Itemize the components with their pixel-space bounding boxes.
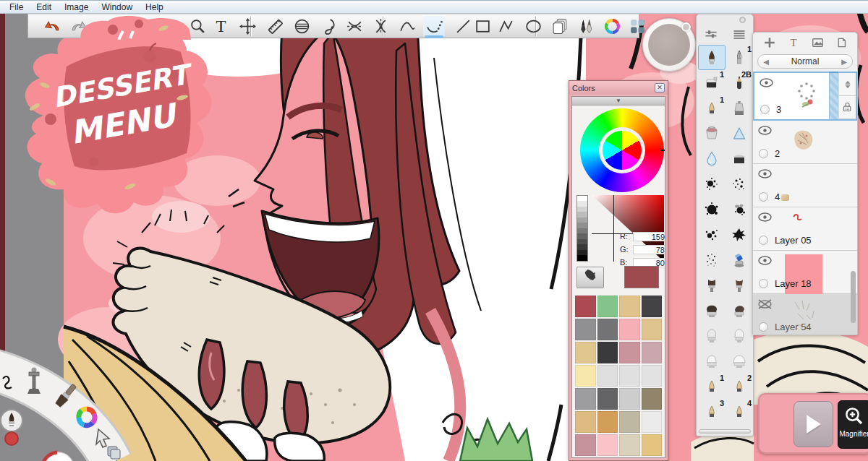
color-swatch[interactable]	[642, 296, 663, 317]
color-swatch[interactable]	[575, 365, 596, 387]
color-swatch[interactable]	[597, 411, 618, 433]
layers-icon[interactable]	[549, 16, 571, 37]
brush-tip-brush[interactable]	[698, 45, 726, 70]
layers-scrollbar[interactable]	[851, 271, 856, 323]
flat-brush-2-brush[interactable]	[726, 272, 753, 298]
ellipse-guide-icon[interactable]	[291, 16, 312, 37]
image-layer-icon[interactable]	[811, 36, 825, 49]
brush-list-icon[interactable]	[725, 25, 753, 44]
color-swatch[interactable]	[597, 365, 618, 387]
eye-icon[interactable]	[758, 212, 772, 222]
wide-white-brush-brush[interactable]	[726, 348, 753, 374]
eye-icon[interactable]	[758, 169, 772, 178]
color-swatch[interactable]	[642, 457, 663, 458]
color-swatch[interactable]	[619, 411, 640, 433]
current-color-swatch[interactable]	[624, 266, 659, 288]
eye-icon[interactable]	[758, 256, 772, 265]
color-swatch[interactable]	[642, 434, 663, 456]
drop-brush[interactable]	[698, 146, 726, 171]
color-swatch[interactable]	[642, 319, 663, 340]
close-icon[interactable]: ✕	[655, 83, 665, 92]
eye-icon[interactable]	[758, 126, 772, 135]
flat-brush-brush[interactable]	[698, 272, 726, 298]
color-swatch[interactable]	[597, 342, 618, 363]
color-swatch[interactable]	[619, 365, 640, 387]
round-brush-2-brush[interactable]	[726, 298, 753, 323]
line-icon[interactable]	[452, 16, 474, 37]
eyedropper-button[interactable]	[576, 267, 604, 288]
color-wheel-icon[interactable]	[601, 16, 623, 37]
color-swatch[interactable]	[619, 319, 640, 340]
gray-scale-strip[interactable]	[576, 195, 588, 262]
french-curve-icon[interactable]	[318, 16, 339, 37]
magnifier-button[interactable]: Magnifier	[838, 400, 868, 449]
eye-icon[interactable]	[760, 78, 773, 87]
undo-icon[interactable]	[41, 16, 63, 37]
layer-row[interactable]: 3	[753, 72, 857, 121]
menu-file[interactable]: File	[3, 1, 30, 13]
color-swatch[interactable]	[619, 457, 640, 458]
symmetry-y-icon[interactable]	[370, 16, 391, 37]
splat-fly-brush[interactable]	[726, 197, 753, 222]
flat-white-brush-brush[interactable]	[698, 348, 726, 374]
lock-icon[interactable]	[839, 96, 856, 119]
menu-edit[interactable]: Edit	[30, 1, 58, 13]
round-brush-brush[interactable]	[698, 298, 726, 323]
duplicate-layer-icon[interactable]	[835, 36, 848, 49]
layer-reorder-icon[interactable]	[839, 73, 856, 96]
fluffy-brush-brush[interactable]	[698, 323, 726, 348]
color-swatch[interactable]	[597, 388, 618, 410]
layer-opacity-strip[interactable]	[829, 73, 838, 119]
layer-row[interactable]: 2	[753, 121, 857, 164]
curve-icon[interactable]	[396, 16, 418, 37]
layer-radio[interactable]	[759, 279, 768, 288]
puck-handle-icon[interactable]	[681, 22, 691, 32]
color-swatch[interactable]	[642, 342, 663, 363]
text-icon[interactable]: T	[210, 16, 231, 37]
cone-brush[interactable]: 1	[698, 374, 726, 399]
brush-puck[interactable]	[642, 18, 696, 72]
pencil-brush[interactable]: 2B	[726, 70, 753, 95]
cone-brush[interactable]: 3	[698, 399, 726, 424]
blend-mode-select[interactable]: ◀ Normal ▶	[757, 54, 853, 69]
splat-small-brush[interactable]	[698, 171, 726, 197]
color-wheel[interactable]	[580, 108, 664, 192]
red-value-field[interactable]: 159	[633, 232, 665, 241]
polyline-icon[interactable]	[495, 16, 517, 37]
color-swatch[interactable]	[597, 434, 618, 456]
layer-row[interactable]: 4	[753, 164, 857, 207]
blend-prev-icon[interactable]: ◀	[758, 58, 774, 66]
cone-brush[interactable]: 1	[698, 95, 726, 121]
menu-help[interactable]: Help	[139, 1, 170, 13]
symmetry-x-icon[interactable]	[344, 16, 365, 37]
splat-spiky-brush[interactable]	[726, 222, 753, 247]
brush-settings-icon[interactable]	[697, 25, 725, 44]
collapse-bar[interactable]: ▼	[572, 97, 665, 105]
layer-radio[interactable]	[760, 105, 770, 114]
color-swatch[interactable]	[619, 434, 640, 456]
ink-bottle-brush[interactable]: 1	[698, 70, 726, 95]
splat-mid-brush[interactable]	[698, 222, 726, 247]
triangle-brush[interactable]	[726, 121, 753, 146]
menu-image[interactable]: Image	[58, 1, 95, 13]
color-swatch[interactable]	[575, 388, 596, 410]
splat-dots-brush[interactable]	[726, 171, 753, 197]
bucket-brush[interactable]	[698, 121, 726, 146]
play-button[interactable]	[793, 401, 833, 447]
zoom-icon[interactable]	[187, 16, 208, 37]
ruler-icon[interactable]	[264, 16, 286, 37]
color-swatch[interactable]	[575, 296, 596, 317]
fluffy-brush-2-brush[interactable]	[726, 323, 753, 348]
color-swatch[interactable]	[642, 365, 663, 387]
color-swatch[interactable]	[597, 457, 618, 458]
rectangle-icon[interactable]	[472, 16, 493, 37]
menu-window[interactable]: Window	[95, 1, 139, 13]
cone-brush[interactable]: 2	[726, 374, 753, 399]
text-layer-icon[interactable]: T	[787, 36, 800, 49]
color-swatch[interactable]	[575, 457, 596, 458]
layer-radio[interactable]	[759, 192, 768, 202]
spray-dots-brush[interactable]	[698, 247, 726, 272]
eye-hidden-icon[interactable]	[758, 299, 772, 309]
color-swatch[interactable]	[619, 296, 640, 317]
color-wheel-inner-pie[interactable]	[603, 131, 642, 170]
